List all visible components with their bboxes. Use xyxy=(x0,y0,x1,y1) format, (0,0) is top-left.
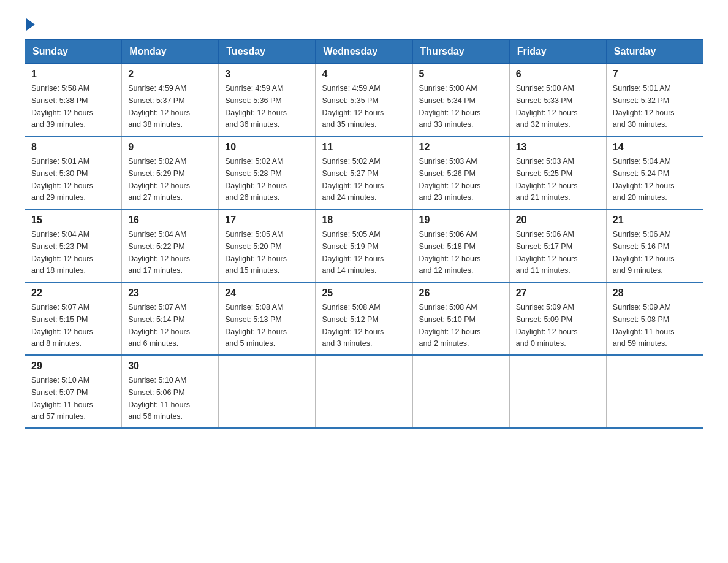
calendar-cell: 8 Sunrise: 5:01 AMSunset: 5:30 PMDayligh… xyxy=(25,136,122,209)
calendar-cell: 28 Sunrise: 5:09 AMSunset: 5:08 PMDaylig… xyxy=(606,282,703,355)
header-tuesday: Tuesday xyxy=(219,40,316,64)
header-thursday: Thursday xyxy=(412,40,509,64)
day-info: Sunrise: 5:04 AMSunset: 5:22 PMDaylight:… xyxy=(128,230,190,275)
calendar-cell xyxy=(509,355,606,428)
calendar-cell: 20 Sunrise: 5:06 AMSunset: 5:17 PMDaylig… xyxy=(509,209,606,282)
header-sunday: Sunday xyxy=(25,40,122,64)
calendar-cell xyxy=(412,355,509,428)
day-info: Sunrise: 5:05 AMSunset: 5:20 PMDaylight:… xyxy=(225,230,287,275)
day-info: Sunrise: 5:03 AMSunset: 5:25 PMDaylight:… xyxy=(516,157,578,202)
header-saturday: Saturday xyxy=(606,40,703,64)
day-number: 1 xyxy=(31,69,115,80)
calendar-cell: 23 Sunrise: 5:07 AMSunset: 5:14 PMDaylig… xyxy=(122,282,219,355)
calendar-cell: 21 Sunrise: 5:06 AMSunset: 5:16 PMDaylig… xyxy=(606,209,703,282)
calendar-cell: 16 Sunrise: 5:04 AMSunset: 5:22 PMDaylig… xyxy=(122,209,219,282)
calendar-table: SundayMondayTuesdayWednesdayThursdayFrid… xyxy=(25,39,703,429)
day-info: Sunrise: 5:08 AMSunset: 5:13 PMDaylight:… xyxy=(225,303,287,348)
day-number: 24 xyxy=(225,288,309,299)
calendar-cell: 26 Sunrise: 5:08 AMSunset: 5:10 PMDaylig… xyxy=(412,282,509,355)
day-number: 19 xyxy=(419,215,503,226)
calendar-header-row: SundayMondayTuesdayWednesdayThursdayFrid… xyxy=(25,40,703,64)
day-info: Sunrise: 4:59 AMSunset: 5:37 PMDaylight:… xyxy=(128,84,190,129)
calendar-cell: 4 Sunrise: 4:59 AMSunset: 5:35 PMDayligh… xyxy=(316,64,412,137)
calendar-cell xyxy=(316,355,412,428)
day-info: Sunrise: 5:02 AMSunset: 5:29 PMDaylight:… xyxy=(128,157,190,202)
day-number: 9 xyxy=(128,142,212,153)
day-number: 5 xyxy=(419,69,503,80)
day-number: 17 xyxy=(225,215,309,226)
day-info: Sunrise: 5:06 AMSunset: 5:16 PMDaylight:… xyxy=(613,230,675,275)
day-number: 10 xyxy=(225,142,309,153)
calendar-cell: 3 Sunrise: 4:59 AMSunset: 5:36 PMDayligh… xyxy=(219,64,316,137)
week-row-1: 1 Sunrise: 5:58 AMSunset: 5:38 PMDayligh… xyxy=(25,64,703,137)
calendar-cell: 12 Sunrise: 5:03 AMSunset: 5:26 PMDaylig… xyxy=(412,136,509,209)
day-number: 2 xyxy=(128,69,212,80)
week-row-5: 29 Sunrise: 5:10 AMSunset: 5:07 PMDaylig… xyxy=(25,355,703,428)
day-info: Sunrise: 5:58 AMSunset: 5:38 PMDaylight:… xyxy=(31,84,93,129)
day-number: 3 xyxy=(225,69,309,80)
day-info: Sunrise: 5:10 AMSunset: 5:06 PMDaylight:… xyxy=(128,376,190,421)
day-number: 21 xyxy=(613,215,697,226)
day-info: Sunrise: 5:07 AMSunset: 5:15 PMDaylight:… xyxy=(31,303,93,348)
day-info: Sunrise: 5:09 AMSunset: 5:09 PMDaylight:… xyxy=(516,303,578,348)
calendar-cell: 17 Sunrise: 5:05 AMSunset: 5:20 PMDaylig… xyxy=(219,209,316,282)
day-info: Sunrise: 4:59 AMSunset: 5:36 PMDaylight:… xyxy=(225,84,287,129)
calendar-cell: 22 Sunrise: 5:07 AMSunset: 5:15 PMDaylig… xyxy=(25,282,122,355)
day-number: 12 xyxy=(419,142,503,153)
day-number: 14 xyxy=(613,142,697,153)
day-number: 7 xyxy=(613,69,697,80)
day-info: Sunrise: 5:01 AMSunset: 5:30 PMDaylight:… xyxy=(31,157,93,202)
day-number: 22 xyxy=(31,288,115,299)
calendar-cell: 11 Sunrise: 5:02 AMSunset: 5:27 PMDaylig… xyxy=(316,136,412,209)
calendar-cell: 15 Sunrise: 5:04 AMSunset: 5:23 PMDaylig… xyxy=(25,209,122,282)
calendar-cell: 14 Sunrise: 5:04 AMSunset: 5:24 PMDaylig… xyxy=(606,136,703,209)
calendar-cell: 19 Sunrise: 5:06 AMSunset: 5:18 PMDaylig… xyxy=(412,209,509,282)
day-info: Sunrise: 5:01 AMSunset: 5:32 PMDaylight:… xyxy=(613,84,675,129)
calendar-cell xyxy=(606,355,703,428)
calendar-cell: 2 Sunrise: 4:59 AMSunset: 5:37 PMDayligh… xyxy=(122,64,219,137)
day-info: Sunrise: 5:02 AMSunset: 5:27 PMDaylight:… xyxy=(322,157,384,202)
day-info: Sunrise: 5:04 AMSunset: 5:23 PMDaylight:… xyxy=(31,230,93,275)
calendar-cell xyxy=(219,355,316,428)
logo xyxy=(25,18,37,27)
day-number: 15 xyxy=(31,215,115,226)
calendar-cell: 30 Sunrise: 5:10 AMSunset: 5:06 PMDaylig… xyxy=(122,355,219,428)
page-header xyxy=(25,18,703,27)
day-number: 18 xyxy=(322,215,406,226)
day-number: 13 xyxy=(516,142,600,153)
day-info: Sunrise: 5:07 AMSunset: 5:14 PMDaylight:… xyxy=(128,303,190,348)
week-row-3: 15 Sunrise: 5:04 AMSunset: 5:23 PMDaylig… xyxy=(25,209,703,282)
week-row-4: 22 Sunrise: 5:07 AMSunset: 5:15 PMDaylig… xyxy=(25,282,703,355)
day-number: 8 xyxy=(31,142,115,153)
calendar-cell: 5 Sunrise: 5:00 AMSunset: 5:34 PMDayligh… xyxy=(412,64,509,137)
calendar-cell: 18 Sunrise: 5:05 AMSunset: 5:19 PMDaylig… xyxy=(316,209,412,282)
logo-arrow-icon xyxy=(26,18,35,31)
day-info: Sunrise: 5:10 AMSunset: 5:07 PMDaylight:… xyxy=(31,376,93,421)
calendar-cell: 25 Sunrise: 5:08 AMSunset: 5:12 PMDaylig… xyxy=(316,282,412,355)
day-number: 16 xyxy=(128,215,212,226)
logo-text xyxy=(25,18,37,31)
day-info: Sunrise: 5:06 AMSunset: 5:17 PMDaylight:… xyxy=(516,230,578,275)
day-number: 11 xyxy=(322,142,406,153)
day-number: 28 xyxy=(613,288,697,299)
day-number: 23 xyxy=(128,288,212,299)
day-info: Sunrise: 4:59 AMSunset: 5:35 PMDaylight:… xyxy=(322,84,384,129)
day-info: Sunrise: 5:09 AMSunset: 5:08 PMDaylight:… xyxy=(613,303,675,348)
day-number: 27 xyxy=(516,288,600,299)
calendar-cell: 27 Sunrise: 5:09 AMSunset: 5:09 PMDaylig… xyxy=(509,282,606,355)
day-info: Sunrise: 5:08 AMSunset: 5:12 PMDaylight:… xyxy=(322,303,384,348)
day-number: 26 xyxy=(419,288,503,299)
calendar-cell: 6 Sunrise: 5:00 AMSunset: 5:33 PMDayligh… xyxy=(509,64,606,137)
day-number: 25 xyxy=(322,288,406,299)
calendar-cell: 7 Sunrise: 5:01 AMSunset: 5:32 PMDayligh… xyxy=(606,64,703,137)
day-info: Sunrise: 5:02 AMSunset: 5:28 PMDaylight:… xyxy=(225,157,287,202)
day-info: Sunrise: 5:08 AMSunset: 5:10 PMDaylight:… xyxy=(419,303,481,348)
day-number: 29 xyxy=(31,361,115,372)
day-info: Sunrise: 5:06 AMSunset: 5:18 PMDaylight:… xyxy=(419,230,481,275)
day-info: Sunrise: 5:00 AMSunset: 5:34 PMDaylight:… xyxy=(419,84,481,129)
day-number: 30 xyxy=(128,361,212,372)
calendar-cell: 1 Sunrise: 5:58 AMSunset: 5:38 PMDayligh… xyxy=(25,64,122,137)
day-number: 20 xyxy=(516,215,600,226)
day-number: 6 xyxy=(516,69,600,80)
header-monday: Monday xyxy=(122,40,219,64)
